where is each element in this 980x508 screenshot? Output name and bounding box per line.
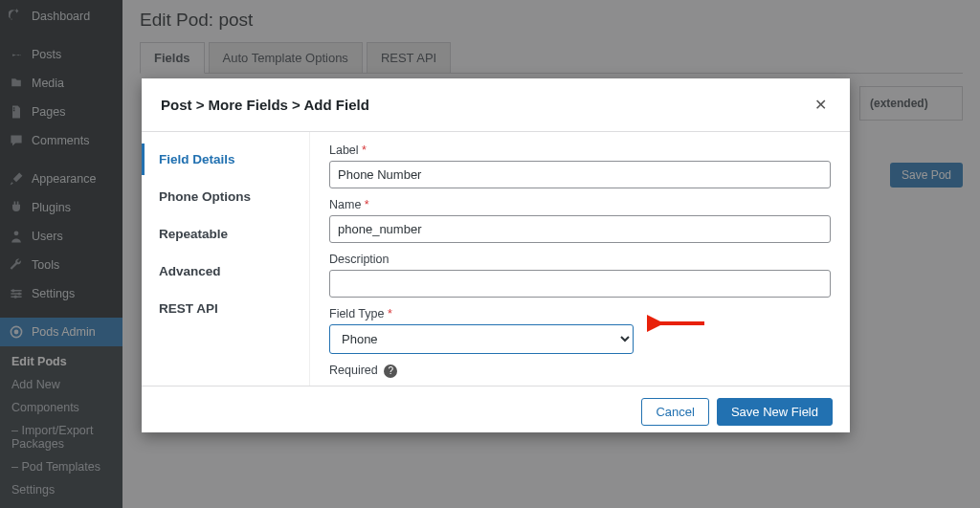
sidenav-advanced[interactable]: Advanced: [142, 255, 309, 287]
save-new-field-button[interactable]: Save New Field: [717, 398, 833, 426]
field-type-label: Field Type *: [329, 307, 831, 320]
help-icon[interactable]: ?: [384, 364, 397, 378]
description-input[interactable]: [329, 270, 831, 298]
label-input[interactable]: [329, 161, 831, 188]
field-form: Label * Name * Description Field Type * …: [310, 132, 850, 386]
sidenav-field-details[interactable]: Field Details: [142, 144, 309, 175]
description-field-label: Description: [329, 253, 831, 266]
close-button[interactable]: ✕: [811, 92, 831, 118]
sidenav-repeatable[interactable]: Repeatable: [142, 218, 309, 250]
add-field-modal: Post > More Fields > Add Field ✕ Field D…: [142, 78, 850, 432]
sidenav-phone-options[interactable]: Phone Options: [142, 181, 309, 212]
label-field-label: Label *: [329, 144, 831, 157]
field-type-select[interactable]: Phone: [329, 324, 634, 354]
name-field-label: Name *: [329, 198, 831, 211]
modal-sidenav: Field Details Phone Options Repeatable A…: [142, 132, 310, 386]
sidenav-rest-api[interactable]: REST API: [142, 293, 309, 324]
name-input[interactable]: [329, 215, 831, 243]
close-icon: ✕: [814, 97, 827, 113]
required-field-label: Required ?: [329, 364, 831, 378]
breadcrumb: Post > More Fields > Add Field: [161, 97, 369, 113]
cancel-button[interactable]: Cancel: [641, 398, 708, 426]
